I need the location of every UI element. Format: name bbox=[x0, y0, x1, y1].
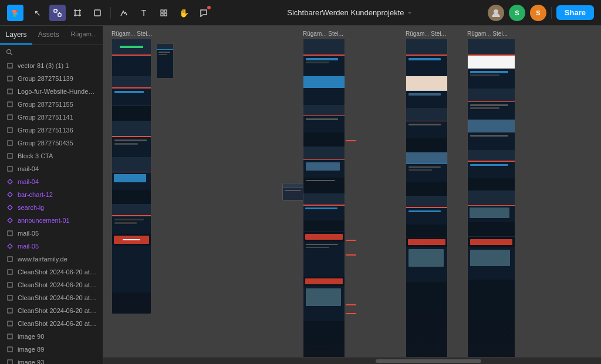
svg-rect-0 bbox=[54, 9, 57, 12]
canvas[interactable]: Rügam... Stei... bbox=[103, 26, 601, 364]
search-icon bbox=[6, 49, 13, 56]
layer-item[interactable]: vector 81 (3) (1) 1 bbox=[0, 59, 103, 72]
frame-icon bbox=[6, 345, 14, 353]
main-area: Layers Assets Rügam... vector 81 (3) (1)… bbox=[0, 26, 601, 364]
layer-label: image 93 bbox=[18, 359, 44, 364]
layer-item[interactable]: Group 2872751136 bbox=[0, 124, 103, 137]
layer-item[interactable]: announcement-01 bbox=[0, 214, 103, 227]
frame-icon bbox=[6, 62, 14, 70]
frame-icon bbox=[6, 281, 14, 289]
floating-element[interactable] bbox=[282, 183, 306, 200]
layer-label: search-lg bbox=[18, 204, 44, 211]
layer-item[interactable]: image 89 bbox=[0, 343, 103, 356]
frame-group-1: Rügam... Stei... bbox=[112, 30, 152, 314]
layer-item[interactable]: Logo-fur-Website-HundeFreuden 2 bbox=[0, 85, 103, 98]
scroll-thumb[interactable] bbox=[376, 359, 481, 363]
search-filter[interactable]: Rügam... bbox=[65, 26, 103, 45]
layer-item[interactable]: image 93 bbox=[0, 356, 103, 364]
svg-rect-15 bbox=[164, 10, 167, 12]
frame-thumb-2[interactable] bbox=[303, 39, 345, 364]
layer-item[interactable]: Group 2872751155 bbox=[0, 98, 103, 111]
svg-rect-38 bbox=[8, 283, 12, 287]
move-tool[interactable]: ↖ bbox=[29, 5, 46, 21]
layer-list: vector 81 (3) (1) 1Group 2872751139Logo-… bbox=[0, 59, 103, 364]
layer-item[interactable]: mail-05 bbox=[0, 240, 103, 253]
avatar-2[interactable]: S bbox=[509, 5, 525, 21]
divider bbox=[110, 7, 111, 19]
toolbar: ↖ T ✋ SichtbarerWerden Kundenprojekte bbox=[0, 0, 601, 26]
layer-label: CleanShot 2024-06-20 at 17.19.58... bbox=[18, 268, 97, 275]
frame-thumb-1b[interactable] bbox=[156, 43, 174, 79]
svg-rect-1 bbox=[58, 13, 61, 16]
layer-item[interactable]: CleanShot 2024-06-20 at 12.49.2... bbox=[0, 304, 103, 317]
frame-thumb-1[interactable] bbox=[112, 39, 151, 314]
layer-item[interactable]: CleanShot 2024-06-20 at 12.59.2... bbox=[0, 278, 103, 291]
layer-label: announcement-01 bbox=[18, 217, 70, 224]
shape-tool[interactable] bbox=[89, 5, 106, 21]
frame-thumb-4[interactable] bbox=[467, 39, 515, 364]
layer-item[interactable]: CleanShot 2024-06-20 at 12.50.11... bbox=[0, 291, 103, 304]
scale-tool[interactable] bbox=[49, 5, 66, 21]
svg-rect-17 bbox=[164, 13, 167, 16]
svg-point-19 bbox=[7, 50, 11, 54]
layer-label: CleanShot 2024-06-20 at 12.46.14... bbox=[18, 320, 97, 327]
layer-item[interactable]: search-lg bbox=[0, 201, 103, 214]
layer-label: CleanShot 2024-06-20 at 12.59.2... bbox=[18, 281, 97, 288]
layer-item[interactable]: Group 2872751139 bbox=[0, 72, 103, 85]
svg-rect-27 bbox=[8, 141, 12, 145]
layer-item[interactable]: mail-04 bbox=[0, 162, 103, 175]
frame-label-1: Rügam... Stei... bbox=[112, 30, 152, 37]
layer-label: mail-04 bbox=[18, 178, 39, 185]
avatar-1[interactable] bbox=[488, 5, 504, 21]
tab-assets[interactable]: Assets bbox=[32, 26, 65, 45]
layer-label: mail-04 bbox=[18, 165, 39, 172]
frame-label-4: Rügam... Stei... bbox=[467, 30, 515, 37]
frame-tool[interactable] bbox=[69, 5, 86, 21]
layer-item[interactable]: Block 3 CTA bbox=[0, 149, 103, 162]
layer-item[interactable]: mail-05 bbox=[0, 227, 103, 240]
toolbar-left: ↖ T ✋ bbox=[7, 5, 212, 21]
layer-item[interactable]: CleanShot 2024-06-20 at 17.19.58... bbox=[0, 266, 103, 278]
comment-tool[interactable] bbox=[195, 5, 212, 21]
project-title[interactable]: SichtbarerWerden Kundenprojekte bbox=[287, 8, 412, 17]
share-button[interactable]: Share bbox=[556, 5, 594, 20]
frame-thumb-3[interactable] bbox=[406, 39, 448, 361]
component-tool[interactable] bbox=[156, 5, 172, 21]
svg-rect-14 bbox=[161, 10, 163, 12]
tab-layers[interactable]: Layers bbox=[0, 26, 32, 45]
svg-rect-41 bbox=[8, 321, 12, 326]
figma-logo[interactable] bbox=[7, 5, 23, 21]
frame-icon bbox=[6, 332, 14, 341]
avatar-3[interactable]: S bbox=[530, 5, 546, 21]
svg-point-18 bbox=[494, 9, 498, 14]
layer-item[interactable]: Group 2872750435 bbox=[0, 137, 103, 149]
component-icon bbox=[6, 178, 14, 186]
frame-icon bbox=[6, 358, 14, 364]
layer-item[interactable]: image 90 bbox=[0, 330, 103, 343]
svg-rect-26 bbox=[8, 128, 12, 132]
svg-rect-22 bbox=[8, 76, 12, 81]
svg-line-20 bbox=[11, 53, 12, 55]
divider bbox=[551, 7, 552, 19]
svg-rect-24 bbox=[8, 102, 12, 107]
hand-tool[interactable]: ✋ bbox=[175, 5, 192, 21]
frame-icon bbox=[6, 100, 14, 108]
layer-item[interactable]: CleanShot 2024-06-20 at 12.46.14... bbox=[0, 317, 103, 330]
svg-marker-31 bbox=[8, 192, 12, 197]
text-tool[interactable]: T bbox=[136, 5, 152, 21]
svg-rect-13 bbox=[94, 10, 100, 16]
frame-label-3: Rügam... Stei... bbox=[406, 30, 448, 37]
layer-item[interactable]: bar-chart-12 bbox=[0, 188, 103, 201]
svg-rect-4 bbox=[75, 11, 80, 15]
svg-rect-21 bbox=[8, 63, 12, 68]
layer-item[interactable]: Group 2872751141 bbox=[0, 111, 103, 124]
svg-rect-34 bbox=[8, 231, 12, 236]
layer-item[interactable]: mail-04 bbox=[0, 175, 103, 188]
connector-3 bbox=[346, 254, 356, 256]
layer-item[interactable]: www.fairfamily.de bbox=[0, 253, 103, 266]
pen-tool[interactable] bbox=[116, 5, 132, 21]
connector-1 bbox=[346, 140, 356, 141]
toolbar-center: SichtbarerWerden Kundenprojekte bbox=[217, 8, 483, 17]
h-scrollbar[interactable] bbox=[103, 357, 601, 364]
frame-icon bbox=[6, 74, 14, 83]
